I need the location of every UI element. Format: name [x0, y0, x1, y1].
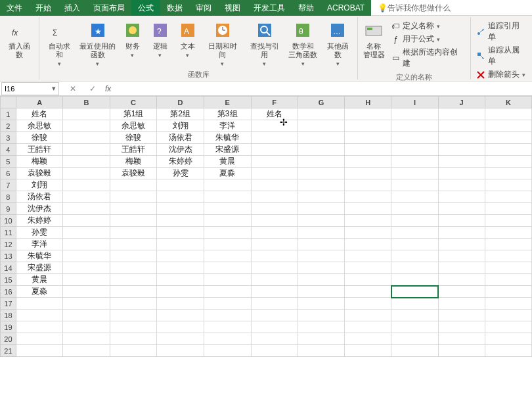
row-header-20[interactable]: 20 [1, 333, 16, 345]
cell-K6[interactable] [485, 168, 531, 179]
cell-F8[interactable] [251, 191, 298, 203]
row-header-2[interactable]: 2 [1, 120, 16, 132]
cell-J16[interactable] [438, 286, 485, 298]
cell-A13[interactable]: 朱毓华 [16, 250, 63, 262]
cell-K3[interactable] [485, 132, 531, 144]
cell-E19[interactable] [204, 321, 251, 333]
lookup-button[interactable]: 查找与引用▾ [244, 18, 285, 68]
cell-D18[interactable] [157, 310, 204, 321]
trace-dependents-button[interactable]: 追踪从属单 [476, 44, 527, 68]
col-header-D[interactable]: D [157, 97, 204, 108]
cell-C9[interactable] [110, 203, 157, 215]
col-header-H[interactable]: H [345, 97, 391, 108]
cell-H14[interactable] [345, 262, 391, 274]
cell-A10[interactable]: 朱婷婷 [16, 215, 63, 227]
cell-A7[interactable]: 刘翔 [16, 179, 63, 191]
cell-K15[interactable] [485, 274, 531, 286]
cell-H13[interactable] [345, 250, 391, 262]
col-header-F[interactable]: F [251, 97, 298, 108]
cell-A5[interactable]: 梅颖 [16, 156, 63, 168]
recent-button[interactable]: ★最近使用的 函数▾ [78, 18, 118, 68]
cell-C2[interactable]: 余思敏 [110, 120, 157, 132]
cell-F16[interactable] [251, 286, 298, 298]
tab-帮助[interactable]: 帮助 [292, 0, 321, 16]
cell-D14[interactable] [157, 262, 204, 274]
financial-button[interactable]: 财务▾ [120, 18, 146, 68]
cell-A1[interactable]: 姓名 [16, 108, 63, 120]
cell-B19[interactable] [63, 321, 110, 333]
cell-C13[interactable] [110, 250, 157, 262]
cell-F5[interactable] [251, 156, 298, 168]
formula-bar[interactable] [111, 82, 532, 95]
cell-F9[interactable] [251, 203, 298, 215]
cell-J10[interactable] [438, 215, 485, 227]
cell-D2[interactable]: 刘翔 [157, 120, 204, 132]
tab-开始[interactable]: 开始 [29, 0, 58, 16]
cell-I20[interactable] [391, 333, 438, 345]
cell-J19[interactable] [438, 321, 485, 333]
cell-J14[interactable] [438, 262, 485, 274]
cell-K21[interactable] [485, 345, 531, 357]
cell-B4[interactable] [63, 144, 110, 156]
cell-I18[interactable] [391, 310, 438, 321]
cell-A21[interactable] [16, 345, 63, 357]
confirm-formula-button[interactable]: ✓ [85, 84, 100, 93]
cell-C8[interactable] [110, 191, 157, 203]
cell-D13[interactable] [157, 250, 204, 262]
cell-J1[interactable] [438, 108, 485, 120]
cell-D5[interactable]: 朱婷婷 [157, 156, 204, 168]
cell-B21[interactable] [63, 345, 110, 357]
col-header-C[interactable]: C [110, 97, 157, 108]
cell-K1[interactable] [485, 108, 531, 120]
cell-F10[interactable] [251, 215, 298, 227]
cell-I16[interactable] [391, 286, 438, 298]
row-header-16[interactable]: 16 [1, 286, 16, 298]
tab-插入[interactable]: 插入 [58, 0, 87, 16]
cell-I9[interactable] [391, 203, 438, 215]
cell-E1[interactable]: 第3组 [204, 108, 251, 120]
cell-C14[interactable] [110, 262, 157, 274]
cell-G2[interactable] [298, 120, 344, 132]
create-from-selection-button[interactable]: ▭根据所选内容创建 [391, 46, 465, 70]
datetime-button[interactable]: 日期和时间▾ [202, 18, 243, 68]
cell-B9[interactable] [63, 203, 110, 215]
trace-precedents-button[interactable]: 追踪引用单 [476, 20, 527, 43]
cell-B10[interactable] [63, 215, 110, 227]
row-header-14[interactable]: 14 [1, 262, 16, 274]
cell-F4[interactable] [251, 144, 298, 156]
cell-H15[interactable] [345, 274, 391, 286]
cell-D21[interactable] [157, 345, 204, 357]
cell-C6[interactable]: 袁骏毅 [110, 168, 157, 179]
cell-F7[interactable] [251, 179, 298, 191]
cell-H9[interactable] [345, 203, 391, 215]
spreadsheet-grid[interactable]: ABCDEFGHIJK1姓名第1组第2组第3组姓名2余思敏余思敏刘翔李洋3徐骏徐… [0, 96, 532, 395]
cell-C18[interactable] [110, 310, 157, 321]
row-header-17[interactable]: 17 [1, 298, 16, 310]
cell-E10[interactable] [204, 215, 251, 227]
tab-页面布局[interactable]: 页面布局 [87, 0, 131, 16]
cell-C17[interactable] [110, 298, 157, 310]
cell-G21[interactable] [298, 345, 344, 357]
cell-H18[interactable] [345, 310, 391, 321]
cell-K7[interactable] [485, 179, 531, 191]
cell-D16[interactable] [157, 286, 204, 298]
row-header-13[interactable]: 13 [1, 250, 16, 262]
cell-J2[interactable] [438, 120, 485, 132]
cell-H11[interactable] [345, 227, 391, 239]
row-header-1[interactable]: 1 [1, 108, 16, 120]
cell-K2[interactable] [485, 120, 531, 132]
cell-F18[interactable] [251, 310, 298, 321]
cell-A11[interactable]: 孙雯 [16, 227, 63, 239]
col-header-I[interactable]: I [391, 97, 438, 108]
cell-B11[interactable] [63, 227, 110, 239]
cell-H12[interactable] [345, 239, 391, 250]
cell-A3[interactable]: 徐骏 [16, 132, 63, 144]
cell-I5[interactable] [391, 156, 438, 168]
cell-G14[interactable] [298, 262, 344, 274]
cell-E9[interactable] [204, 203, 251, 215]
cell-D11[interactable] [157, 227, 204, 239]
cell-A12[interactable]: 李洋 [16, 239, 63, 250]
cell-E17[interactable] [204, 298, 251, 310]
math-button[interactable]: θ数学和 三角函数▾ [286, 18, 320, 68]
cell-A9[interactable]: 沈伊杰 [16, 203, 63, 215]
